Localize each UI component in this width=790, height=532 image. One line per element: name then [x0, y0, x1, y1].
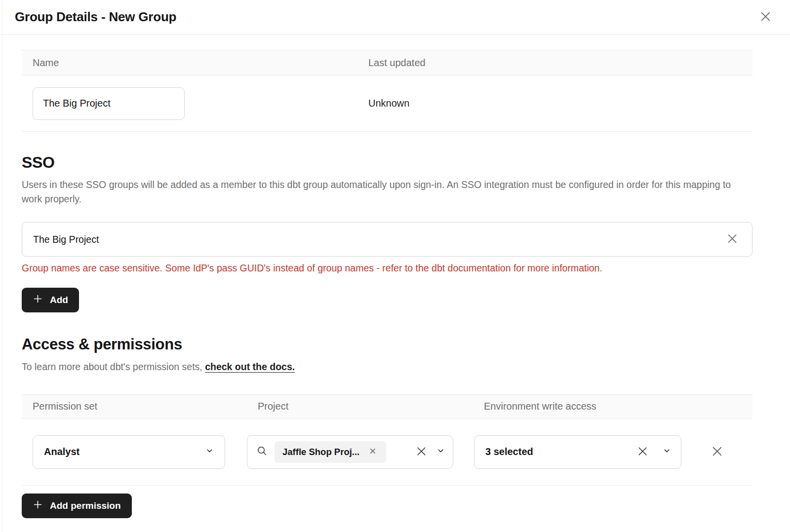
access-permissions-heading: Access & permissions: [22, 336, 752, 353]
add-sso-group-button[interactable]: Add: [22, 288, 79, 312]
modal-left-edge: [2, 0, 2, 532]
environment-access-select[interactable]: 3 selected: [474, 435, 681, 469]
permission-set-select[interactable]: Analyst: [33, 435, 225, 469]
chevron-down-icon: [663, 447, 671, 457]
add-button-label: Add: [50, 295, 68, 305]
docs-line-text: To learn more about dbt's permission set…: [22, 361, 205, 372]
group-name-table: Name Last updated Unknown: [22, 50, 752, 132]
remove-permission-row-button[interactable]: [709, 443, 726, 461]
environment-clear-button[interactable]: [634, 443, 651, 461]
page-title: Group Details - New Group: [15, 9, 176, 25]
column-header-project: Project: [247, 401, 473, 412]
group-name-row: Unknown: [22, 76, 752, 131]
column-header-name: Name: [22, 57, 357, 69]
close-icon: [711, 445, 724, 459]
column-header-last-updated: Last updated: [357, 57, 752, 69]
chevron-down-icon: [205, 447, 214, 457]
close-button[interactable]: [757, 8, 774, 27]
add-permission-button[interactable]: Add permission: [22, 494, 132, 518]
chevron-down-icon: [436, 447, 445, 457]
permission-set-value: Analyst: [44, 446, 79, 457]
sso-heading: SSO: [22, 153, 752, 172]
close-icon: [759, 10, 772, 25]
plus-icon: [33, 499, 43, 512]
project-tag-remove-button[interactable]: [367, 446, 378, 458]
environment-access-value: 3 selected: [485, 446, 533, 457]
clear-icon: [369, 448, 376, 456]
plus-icon: [33, 294, 43, 306]
docs-line: To learn more about dbt's permission set…: [22, 361, 752, 373]
permission-row: Analyst Jaffle Shop Proj...: [22, 418, 752, 485]
project-select[interactable]: Jaffle Shop Proj...: [247, 435, 453, 469]
clear-icon: [636, 445, 649, 459]
permissions-table: Permission set Project Environment write…: [22, 394, 752, 486]
modal-header: Group Details - New Group: [0, 0, 790, 35]
modal-content: Name Last updated Unknown SSO Users in t…: [0, 50, 790, 518]
permissions-table-header: Permission set Project Environment write…: [22, 395, 752, 418]
sso-group-clear-button[interactable]: [724, 230, 741, 249]
clear-icon: [415, 445, 428, 459]
group-name-table-header: Name Last updated: [22, 50, 752, 76]
project-tag: Jaffle Shop Proj...: [275, 441, 386, 463]
add-permission-label: Add permission: [50, 500, 121, 511]
last-updated-value: Unknown: [357, 98, 752, 109]
group-name-input[interactable]: [33, 87, 185, 120]
search-icon: [256, 445, 268, 458]
project-clear-button[interactable]: [413, 443, 430, 461]
sso-group-field: [22, 222, 752, 257]
column-header-environment: Environment write access: [473, 401, 752, 412]
sso-helper-text: Group names are case sensitive. Some IdP…: [22, 263, 752, 274]
sso-group-input[interactable]: [22, 222, 752, 257]
clear-icon: [726, 232, 739, 247]
project-tag-label: Jaffle Shop Proj...: [282, 447, 359, 457]
docs-link[interactable]: check out the docs.: [205, 361, 295, 372]
column-header-permission-set: Permission set: [22, 401, 247, 412]
sso-description: Users in these SSO groups will be added …: [22, 178, 752, 206]
